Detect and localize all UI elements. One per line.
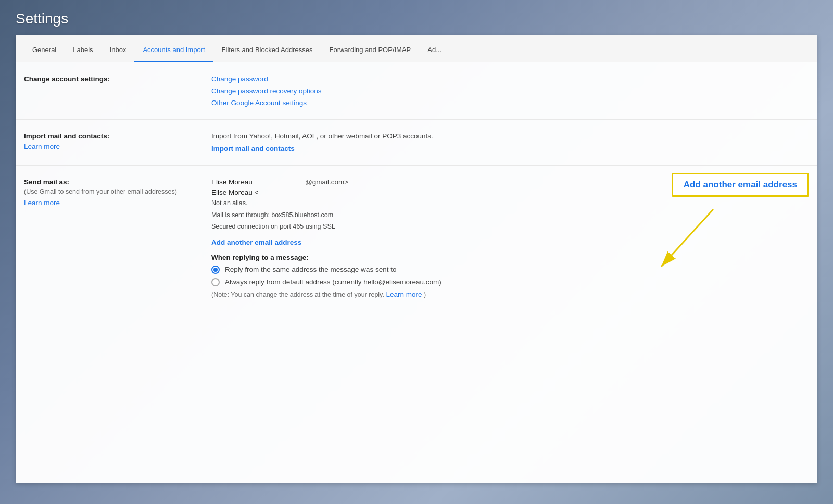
- settings-content: Change account settings: Change password…: [16, 62, 817, 311]
- reply-section: When replying to a message: Reply from t…: [211, 254, 441, 298]
- reply-same-option[interactable]: Reply from the same address the message …: [211, 266, 441, 274]
- change-account-row: Change account settings: Change password…: [16, 62, 817, 120]
- reply-note-suffix: ): [424, 291, 426, 298]
- reply-note: (Note: You can change the address at the…: [211, 291, 441, 298]
- email-row-1: Elise Moreau @gmail.com>: [211, 178, 441, 186]
- tab-inbox[interactable]: Inbox: [102, 39, 135, 62]
- arrow-svg: [630, 204, 734, 277]
- import-description: Import from Yahoo!, Hotmail, AOL, or oth…: [211, 132, 809, 140]
- secured-connection: Secured connection on port 465 using SSL: [211, 221, 441, 233]
- change-account-content: Change password Change password recovery…: [211, 75, 809, 107]
- import-mail-title: Import mail and contacts:: [24, 132, 201, 140]
- change-account-title: Change account settings:: [24, 75, 201, 83]
- change-recovery-link[interactable]: Change password recovery options: [211, 87, 809, 95]
- import-mail-action-link[interactable]: Import mail and contacts: [211, 145, 295, 153]
- tab-general[interactable]: General: [24, 39, 65, 62]
- send-mail-subtitle: (Use Gmail to send from your other email…: [24, 188, 201, 195]
- reply-learn-more-link[interactable]: Learn more: [386, 291, 422, 298]
- email-name-1: Elise Moreau: [211, 178, 295, 186]
- other-google-link[interactable]: Other Google Account settings: [211, 99, 809, 107]
- tab-add[interactable]: Ad...: [419, 39, 450, 62]
- reply-default-radio[interactable]: [211, 278, 220, 286]
- highlight-box: Add another email address: [672, 173, 809, 197]
- reply-same-radio-inner: [213, 268, 218, 272]
- tab-forwarding[interactable]: Forwarding and POP/IMAP: [321, 39, 419, 62]
- send-mail-title: Send mail as:: [24, 178, 201, 186]
- svg-line-1: [661, 209, 713, 267]
- send-mail-label: Send mail as: (Use Gmail to send from yo…: [24, 178, 211, 207]
- mail-sent-through: Mail is sent through: box585.bluehost.co…: [211, 209, 441, 221]
- add-email-highlight-link[interactable]: Add another email address: [684, 180, 797, 190]
- email-name-2: Elise Moreau <: [211, 188, 258, 196]
- tab-accounts-import[interactable]: Accounts and Import: [134, 39, 213, 62]
- tab-filters[interactable]: Filters and Blocked Addresses: [213, 39, 321, 62]
- not-alias-text: Not an alias.: [211, 197, 441, 209]
- change-account-label: Change account settings:: [24, 75, 211, 107]
- reply-note-prefix: (Note: You can change the address at the…: [211, 291, 384, 298]
- reply-same-label: Reply from the same address the message …: [225, 266, 396, 273]
- reply-label: When replying to a message:: [211, 254, 441, 261]
- send-mail-learn-more-link[interactable]: Learn more: [24, 199, 60, 207]
- import-mail-content: Import from Yahoo!, Hotmail, AOL, or oth…: [211, 132, 809, 153]
- add-email-bottom-link[interactable]: Add another email address: [211, 238, 301, 246]
- tab-labels[interactable]: Labels: [65, 39, 101, 62]
- settings-panel: General Labels Inbox Accounts and Import…: [16, 35, 817, 483]
- change-password-link[interactable]: Change password: [211, 75, 809, 83]
- tabs-bar: General Labels Inbox Accounts and Import…: [16, 35, 817, 62]
- email-address-1: @gmail.com>: [305, 178, 348, 186]
- send-mail-row: Send mail as: (Use Gmail to send from yo…: [16, 166, 817, 311]
- import-mail-row: Import mail and contacts: Learn more Imp…: [16, 120, 817, 166]
- reply-same-radio[interactable]: [211, 266, 220, 274]
- import-learn-more-link[interactable]: Learn more: [24, 143, 60, 150]
- reply-default-option[interactable]: Always reply from default address (curre…: [211, 278, 441, 286]
- page-title: Settings: [16, 10, 833, 27]
- send-mail-main: Elise Moreau @gmail.com> Elise Moreau < …: [211, 178, 441, 298]
- add-email-bottom-container: Add another email address: [211, 238, 441, 246]
- import-mail-label: Import mail and contacts: Learn more: [24, 132, 211, 153]
- highlight-area: Add another email address: [672, 173, 809, 197]
- reply-default-label: Always reply from default address (curre…: [225, 278, 441, 286]
- send-mail-content: Elise Moreau @gmail.com> Elise Moreau < …: [211, 178, 809, 298]
